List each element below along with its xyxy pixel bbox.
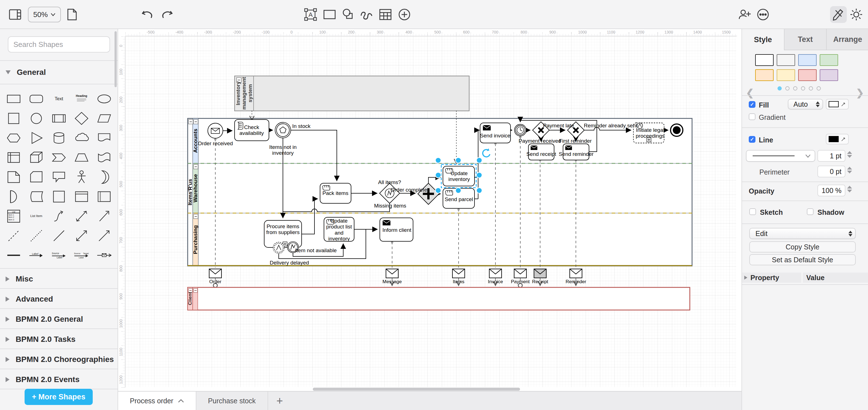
- carousel-right-icon[interactable]: ❯: [856, 87, 864, 98]
- canvas-horizontal-scrollbar[interactable]: [313, 388, 520, 391]
- task-initiate-legal[interactable]: [633, 123, 664, 143]
- page-view-icon[interactable]: [64, 6, 81, 23]
- shape-list[interactable]: ListItem 1Item 2Item 3: [2, 206, 25, 226]
- shape-and[interactable]: [2, 187, 25, 206]
- shape-text[interactable]: Text: [48, 89, 70, 108]
- task-update-product-list[interactable]: [324, 217, 354, 241]
- rectangle-tool-icon[interactable]: [321, 6, 338, 23]
- toggle-panels-icon[interactable]: [7, 6, 24, 23]
- event-end[interactable]: [671, 124, 683, 136]
- carousel-dot-3[interactable]: [793, 86, 797, 91]
- carousel-left-icon[interactable]: ❮: [746, 87, 754, 98]
- fill-color-well[interactable]: [826, 99, 849, 109]
- event-boundary-item-not-available[interactable]: [287, 242, 299, 253]
- shape-container[interactable]: [48, 187, 70, 206]
- section-general[interactable]: General: [0, 63, 118, 82]
- search-shapes-box[interactable]: [8, 36, 110, 53]
- shape-actor[interactable]: [70, 167, 93, 187]
- line-checkbox[interactable]: ✓: [749, 136, 755, 143]
- shape-or[interactable]: [93, 167, 115, 187]
- property-header[interactable]: Property: [742, 273, 801, 283]
- shape-hexagon[interactable]: [2, 128, 25, 148]
- add-page-button[interactable]: +: [268, 391, 291, 410]
- more-options-icon[interactable]: [754, 6, 771, 23]
- edit-dropdown[interactable]: Edit: [749, 228, 856, 239]
- shape-note[interactable]: [2, 167, 25, 187]
- shape-tape[interactable]: [93, 148, 115, 167]
- shape-data-storage[interactable]: [25, 187, 48, 206]
- shape-triangle[interactable]: [25, 128, 48, 148]
- section-misc[interactable]: Misc: [0, 270, 118, 288]
- shape-arrowline[interactable]: [93, 226, 115, 245]
- fill-checkbox[interactable]: ✓: [749, 101, 755, 108]
- sidebar-scrollbar[interactable]: [115, 31, 117, 87]
- fill-mode-dropdown[interactable]: Auto: [788, 99, 823, 109]
- sketch-checkbox[interactable]: [749, 208, 756, 215]
- shape-parallelogram[interactable]: [93, 108, 115, 128]
- theme-toggle-icon[interactable]: [848, 6, 865, 23]
- event-boundary-delivery-delayed[interactable]: [273, 242, 284, 253]
- carousel-dot-6[interactable]: [816, 86, 821, 91]
- carousel-dot-4[interactable]: [801, 86, 805, 91]
- shape-labelarrow[interactable]: Label: [25, 245, 48, 265]
- shape-thickarrow[interactable]: [93, 206, 115, 226]
- shape-dashed[interactable]: [2, 226, 25, 245]
- shape-callout[interactable]: [48, 167, 70, 187]
- line-width-input[interactable]: 1 pt: [817, 150, 845, 162]
- insert-tool-icon[interactable]: [396, 6, 413, 23]
- shape-sourcetarget[interactable]: SourceLabelTarget: [70, 245, 93, 265]
- style-swatch-6[interactable]: [777, 69, 795, 81]
- message-shapes[interactable]: [209, 269, 582, 278]
- task-update-inventory[interactable]: [443, 166, 474, 186]
- shape-card[interactable]: [25, 167, 48, 187]
- shape-curve[interactable]: [48, 206, 70, 226]
- shape-biline[interactable]: [70, 226, 93, 245]
- search-input[interactable]: [13, 40, 107, 49]
- set-default-style-button[interactable]: Set as Default Style: [749, 254, 856, 265]
- task-send-receipt[interactable]: [528, 144, 554, 160]
- shape-rect[interactable]: [2, 89, 25, 108]
- text-tool-icon[interactable]: A: [302, 6, 319, 23]
- lane-strip-purchasing[interactable]: [193, 213, 198, 266]
- pool-inventory-system[interactable]: [235, 76, 469, 111]
- share-icon[interactable]: [737, 6, 753, 23]
- shape-rrect[interactable]: [25, 89, 48, 108]
- carousel-dot-2[interactable]: [785, 86, 789, 91]
- redo-icon[interactable]: [158, 6, 175, 23]
- shape-hcontainer[interactable]: [70, 187, 93, 206]
- gateway-event-based[interactable]: [275, 122, 291, 138]
- style-swatch-4[interactable]: [820, 54, 838, 66]
- style-swatch-8[interactable]: [820, 69, 838, 81]
- section-bpmn-tasks[interactable]: BPMN 2.0 Tasks: [0, 330, 118, 349]
- perimeter-input[interactable]: 0 pt: [817, 166, 845, 177]
- undo-icon[interactable]: [140, 6, 156, 23]
- lane-strip-accounts[interactable]: [193, 119, 198, 163]
- shape-sourcearrow[interactable]: SourceLabel: [48, 245, 70, 265]
- shape-internal-storage[interactable]: [2, 148, 25, 167]
- shape-linkenv[interactable]: [93, 245, 115, 265]
- shape-line[interactable]: [48, 226, 70, 245]
- tab-style[interactable]: Style: [742, 29, 784, 50]
- line-width-stepper[interactable]: [846, 151, 853, 158]
- task-send-reminder[interactable]: [563, 144, 589, 160]
- style-swatch-3[interactable]: [798, 54, 816, 66]
- table-tool-icon[interactable]: [377, 6, 394, 23]
- tab-arrange[interactable]: Arrange: [827, 29, 868, 50]
- shape-dotted[interactable]: [25, 226, 48, 245]
- shape-step[interactable]: [48, 148, 70, 167]
- style-swatch-7[interactable]: [798, 69, 816, 81]
- shape-cloud[interactable]: [70, 128, 93, 148]
- zoom-dropdown[interactable]: 50%: [28, 7, 61, 22]
- carousel-dot-5[interactable]: [809, 86, 813, 91]
- style-swatch-1[interactable]: [755, 54, 774, 66]
- opacity-input[interactable]: 100 %: [817, 185, 845, 196]
- shapes-tool-icon[interactable]: [340, 6, 356, 23]
- task-pack-items[interactable]: [320, 183, 351, 203]
- shape-biarrow[interactable]: [70, 206, 93, 226]
- perimeter-stepper[interactable]: [846, 167, 853, 174]
- event-timer[interactable]: [515, 124, 526, 136]
- shape-trapezoid[interactable]: [70, 148, 93, 167]
- task-inform-client[interactable]: [380, 218, 413, 241]
- design-mode-icon[interactable]: [830, 6, 847, 23]
- shape-heading[interactable]: Heading: [70, 89, 93, 108]
